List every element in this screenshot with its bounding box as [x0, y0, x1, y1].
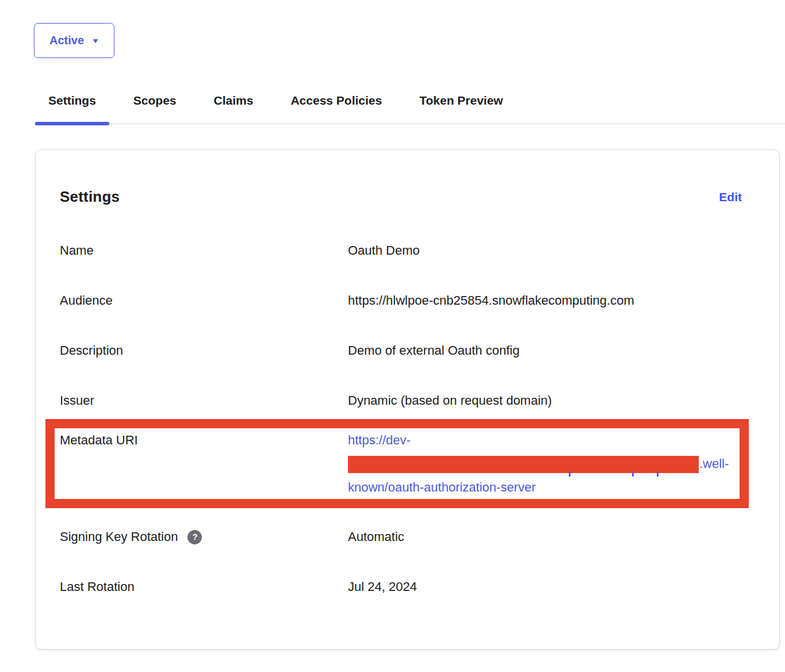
field-value: Jul 24, 2024	[348, 579, 755, 595]
metadata-uri-line3: known/oauth-authorization-server	[348, 475, 740, 499]
field-row-signing-key-rotation: Signing Key Rotation ? Automatic	[60, 529, 755, 545]
metadata-uri-line2-suffix: .well-	[699, 456, 729, 471]
tab-access-policies[interactable]: Access Policies	[277, 94, 395, 124]
field-value: https://hlwlpoe-cnb25854.snowflakecomput…	[348, 293, 755, 309]
chevron-down-icon: ▼	[91, 37, 100, 44]
card-header: Settings Edit	[60, 188, 755, 206]
field-row-metadata-uri: Metadata URI https://dev- .well- known/o…	[60, 428, 740, 499]
help-icon[interactable]: ?	[187, 530, 202, 544]
field-label: Name	[60, 243, 348, 259]
field-row-audience: Audience https://hlwlpoe-cnb25854.snowfl…	[60, 293, 755, 309]
tab-claims[interactable]: Claims	[201, 94, 267, 124]
field-value: Dynamic (based on request domain)	[348, 393, 755, 409]
field-label: Last Rotation	[60, 579, 348, 595]
field-label-with-help: Signing Key Rotation ?	[60, 529, 348, 545]
metadata-uri-link[interactable]: https://dev- .well- known/oauth-authoriz…	[348, 428, 740, 499]
field-label: Metadata URI	[60, 428, 348, 452]
field-label: Audience	[60, 293, 348, 309]
field-value: Demo of external Oauth config	[348, 343, 755, 359]
redaction-overlay	[348, 456, 699, 473]
field-value: Oauth Demo	[348, 243, 755, 259]
settings-card: Settings Edit Name Oauth Demo Audience h…	[35, 149, 780, 650]
field-row-description: Description Demo of external Oauth confi…	[60, 343, 755, 359]
metadata-uri-highlight-frame: Metadata URI https://dev- .well- known/o…	[45, 419, 749, 508]
tab-bar: Settings Scopes Claims Access Policies T…	[35, 94, 785, 124]
metadata-uri-line1: https://dev-	[348, 428, 740, 452]
field-label: Signing Key Rotation	[60, 529, 178, 545]
tab-scopes[interactable]: Scopes	[120, 94, 190, 124]
field-row-issuer: Issuer Dynamic (based on request domain)	[60, 393, 755, 409]
edit-button[interactable]: Edit	[719, 190, 742, 204]
tab-settings[interactable]: Settings	[35, 94, 109, 124]
status-dropdown-label: Active	[49, 34, 84, 47]
field-row-last-rotation: Last Rotation Jul 24, 2024	[60, 579, 755, 595]
card-title: Settings	[60, 188, 120, 206]
field-row-name: Name Oauth Demo	[60, 243, 755, 259]
status-dropdown-button[interactable]: Active ▼	[34, 23, 114, 58]
field-label: Issuer	[60, 393, 348, 409]
field-value: Automatic	[348, 529, 755, 545]
field-label: Description	[60, 343, 348, 359]
metadata-uri-line2: .well-	[348, 452, 740, 475]
tab-token-preview[interactable]: Token Preview	[406, 94, 516, 124]
